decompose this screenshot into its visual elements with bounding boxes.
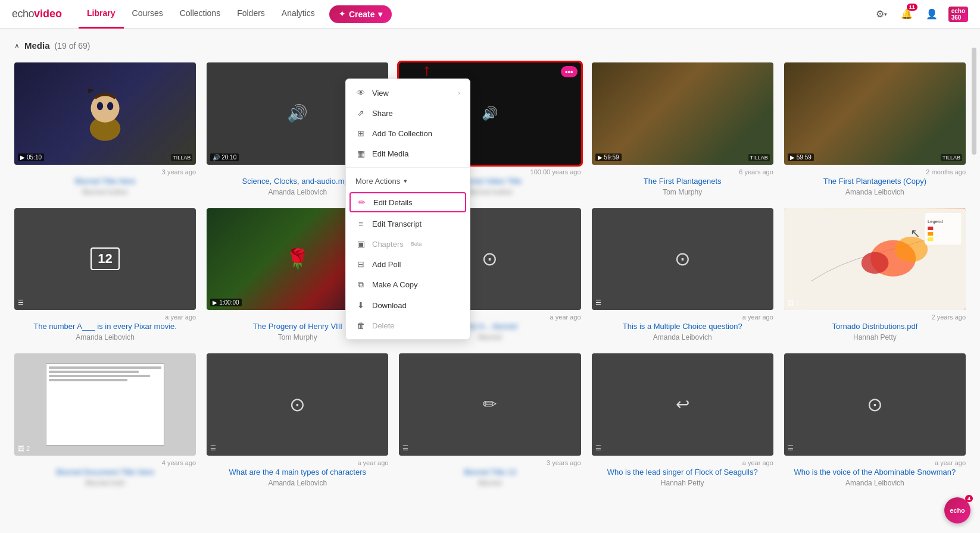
media-card[interactable]: ↩ ☰ a year ago Who is the lead singer of… (592, 353, 773, 487)
nav-library[interactable]: Library (79, 0, 123, 29)
card-meta: a year ago Who is the lead singer of Flo… (592, 459, 773, 487)
edit-details-icon: ✏ (357, 197, 367, 207)
card-title: Tornado Distributions.pdf (784, 322, 966, 332)
menu-label-download: Download (372, 301, 407, 310)
share-icon: ⇗ (355, 108, 366, 118)
menu-item-edit-transcript[interactable]: ≡ Edit Transcript (346, 214, 470, 234)
nav-courses[interactable]: Courses (124, 0, 171, 29)
menu-item-share[interactable]: ⇗ Share (346, 103, 470, 123)
create-spark-icon: ✦ (339, 10, 345, 18)
card-time: 4 years ago (14, 459, 196, 466)
copy-icon: ⧉ (355, 280, 366, 290)
card-time: 2 years ago (784, 313, 966, 321)
notification-badge: 11 (907, 4, 917, 11)
media-card[interactable]: 🖼 2 4 years ago Blurred Document Title H… (14, 353, 196, 487)
logo[interactable]: echovideo (12, 8, 62, 20)
card-author: Tom Murphy (592, 188, 773, 196)
svg-text:Legend: Legend (928, 218, 942, 224)
media-card[interactable]: ⊙ ☰ a year ago This is a Multiple Choice… (592, 208, 773, 342)
card-meta: 2 years ago Tornado Distributions.pdf Ha… (784, 313, 966, 341)
center-icon: ⊙ (482, 247, 498, 270)
user-profile-button[interactable]: 👤 (922, 5, 941, 24)
echo-fab-badge: 4 (965, 495, 973, 499)
logo-echo: echo (12, 8, 34, 20)
notifications-button[interactable]: 🔔 11 (897, 5, 916, 24)
center-icon: ⊙ (289, 393, 305, 416)
more-actions-toggle[interactable]: More Actions ▾ (346, 171, 470, 191)
menu-label-make-copy: Make A Copy (372, 280, 418, 289)
menu-item-download[interactable]: ⬇ Download (346, 295, 470, 315)
thumbnail: ⊙ ☰ (207, 353, 388, 456)
menu-label-view: View (372, 89, 389, 98)
menu-item-view[interactable]: 👁 View › (346, 83, 470, 103)
duration-text: 05:10 (27, 154, 42, 161)
duration-text: 1:00:00 (219, 299, 239, 306)
pencil-icon: ✏ (483, 394, 497, 414)
card-time: 2 months ago (784, 168, 966, 175)
volume-icon: ▶ (20, 154, 25, 161)
type-icon: ☰ (210, 444, 216, 452)
menu-item-add-collection[interactable]: ⊞ Add To Collection (346, 123, 470, 143)
menu-label-share: Share (372, 109, 393, 118)
trash-icon: 🗑 (355, 321, 366, 330)
menu-item-edit-details[interactable]: ✏ Edit Details (349, 192, 466, 212)
svg-point-2 (97, 102, 103, 111)
create-chevron-icon: ▾ (378, 10, 382, 19)
media-card[interactable]: ▶ 59:59 TILLAB 6 years ago The First Pla… (592, 62, 773, 196)
beta-badge: Beta (411, 241, 422, 247)
thumb-corner-badge: TILLAB (748, 154, 770, 161)
more-options-dots[interactable]: ••• (561, 66, 578, 77)
section-header: ∧ Media (19 of 69) (14, 40, 966, 51)
menu-item-edit-media[interactable]: ▦ Edit Media (346, 143, 470, 164)
media-card[interactable]: ▶ 05:10 TILLAB 3 years ago Blurred Title… (14, 62, 196, 196)
nav-folders[interactable]: Folders (229, 0, 273, 29)
card-time: a year ago (592, 313, 773, 321)
media-card[interactable]: ✏ ☰ 3 years ago Blurred Title 13 Blurred (399, 353, 580, 487)
thumbnail: ▶ 05:10 TILLAB (14, 62, 196, 165)
nav-analytics[interactable]: Analytics (273, 0, 323, 29)
collection-icon: ⊞ (355, 128, 366, 138)
media-card[interactable]: ▶ 59:59 TILLAB 2 months ago The First Pl… (784, 62, 966, 196)
menu-item-delete[interactable]: 🗑 Delete (346, 315, 470, 336)
thumbnail: ↩ ☰ (592, 353, 773, 456)
card-time: 6 years ago (592, 168, 773, 175)
card-meta: 3 years ago Blurred Title Here Blurred A… (14, 168, 196, 196)
card-time: 3 years ago (399, 459, 580, 466)
menu-item-make-copy[interactable]: ⧉ Make A Copy (346, 274, 470, 295)
media-card[interactable]: Legend 🖼 1... 2 years ago Tornado Distri… (784, 208, 966, 342)
nav-collections[interactable]: Collections (171, 0, 229, 29)
type-icon: ☰ (788, 444, 794, 452)
duration-text: 59:59 (797, 154, 812, 161)
scrollbar[interactable] (972, 48, 976, 155)
type-icon: ☰ (595, 444, 601, 452)
thumb-bg (784, 62, 966, 165)
card-title: This is a Multiple Choice question? (592, 322, 773, 332)
menu-label-edit-media: Edit Media (372, 149, 408, 158)
card-title: Blurred Document Title Here (14, 468, 196, 478)
card-author: Blurred (399, 479, 580, 487)
poll-icon: ⊟ (355, 259, 366, 269)
card-author: Amanda Leibovich (207, 479, 388, 487)
menu-item-add-poll[interactable]: ⊟ Add Poll (346, 254, 470, 274)
menu-item-chapters[interactable]: ▣ Chapters Beta (346, 234, 470, 254)
card-author: Amanda Leibovich (14, 333, 196, 341)
volume-icon: 🔊 (482, 106, 498, 121)
menu-label-chapters: Chapters (372, 240, 404, 249)
card-time: 3 years ago (14, 168, 196, 175)
view-arrow-icon: › (458, 89, 460, 96)
settings-button[interactable]: ⚙ ▾ (872, 5, 891, 24)
card-title: Blurred Title Here (14, 177, 196, 187)
card-author: Amanda Leibovich (592, 333, 773, 341)
duration-badge: ▶ 05:10 (18, 153, 44, 161)
card-author: Amanda Leibovich (784, 188, 966, 196)
chevron-down-icon: ▾ (404, 177, 407, 185)
media-card[interactable]: ⊙ ☰ a year ago Who is the voice of the A… (784, 353, 966, 487)
section-collapse-icon[interactable]: ∧ (14, 42, 20, 50)
menu-section-primary: 👁 View › ⇗ Share ⊞ Add To Collection ▦ E… (346, 79, 470, 167)
media-card[interactable]: ⊙ ☰ a year ago What are the 4 main types… (207, 353, 388, 487)
media-card[interactable]: 12 ☰ a year ago The number A___ is in ev… (14, 208, 196, 342)
navbar: echovideo Library Courses Collections Fo… (0, 0, 980, 29)
create-button[interactable]: ✦ Create ▾ (329, 5, 392, 23)
main-content: ∧ Media (19 of 69) ▶ (0, 29, 980, 499)
nav-links: Library Courses Collections Folders Anal… (79, 0, 872, 29)
